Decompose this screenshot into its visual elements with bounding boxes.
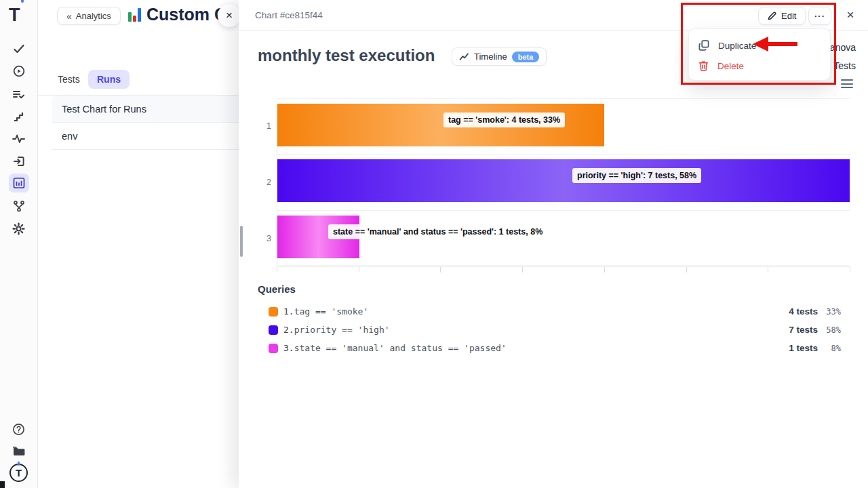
help-icon[interactable] (7, 419, 31, 439)
legend-tests-value: 1 tests (770, 343, 818, 353)
y-axis-label: 3 (239, 210, 271, 266)
axis-tick (604, 267, 605, 272)
pencil-icon (768, 12, 776, 20)
timeline-line-icon (459, 52, 469, 61)
chart-detail-overlay: Chart #ce815f44 Edit ··· × anova Tests m… (239, 0, 868, 488)
sidebar: T T (0, 0, 38, 488)
duplicate-label: Duplicate (718, 41, 756, 51)
axis-tick (277, 267, 277, 272)
screen-corner-artifact (0, 481, 5, 488)
chart-list-item-label: env (62, 131, 77, 142)
legend-index: 2. (283, 325, 294, 335)
axis-tick (686, 267, 687, 272)
axis-tick (440, 267, 441, 272)
tab-runs[interactable]: Runs (88, 70, 130, 89)
bar-chart-plot: tag == 'smoke': 4 tests, 33%priority == … (277, 98, 850, 266)
chart-title: monthly test execution (258, 46, 435, 65)
legend-tests-value: 4 tests (770, 306, 818, 317)
chart-list-item-label: Test Chart for Runs (62, 104, 146, 115)
menu-item-delete[interactable]: Delete (689, 56, 830, 76)
legend-query-text: priority == 'high' (294, 325, 390, 335)
bar-value-label: state == 'manual' and status == 'passed'… (328, 224, 547, 239)
legend-tests-value: 7 tests (770, 325, 818, 335)
tab-tests[interactable]: Tests (58, 74, 80, 85)
chart-row: tag == 'smoke': 4 tests, 33% (277, 99, 850, 155)
list-check-icon[interactable] (7, 84, 31, 104)
back-label: Analytics (76, 11, 111, 21)
chart-id-title: Chart #ce815f44 (255, 10, 323, 20)
queries-heading: Queries (258, 283, 296, 295)
chart-actions-menu: Duplicate Delete (688, 28, 831, 81)
beta-badge: beta (512, 52, 540, 62)
y-axis-label: 1 (239, 98, 271, 155)
app-logo-icon[interactable]: T (9, 4, 20, 26)
close-icon: × (226, 9, 233, 22)
pulse-icon[interactable] (7, 129, 31, 149)
legend-swatch (269, 325, 278, 335)
source-text-truncated: Tests (833, 60, 856, 71)
menu-item-duplicate[interactable]: Duplicate (689, 35, 830, 56)
timeline-label: Timeline (474, 52, 507, 62)
legend-percent-value: 58% (818, 325, 841, 335)
axis-tick (522, 267, 523, 272)
axis-tick (359, 267, 359, 272)
legend-percent-value: 8% (818, 344, 841, 353)
analytics-chart-icon[interactable] (9, 174, 29, 192)
queries-legend: 1.tag == 'smoke'4 tests33%2.priority == … (258, 302, 841, 357)
import-icon[interactable] (7, 151, 31, 171)
panel-close-button[interactable]: × (218, 4, 241, 27)
legend-index: 3. (283, 343, 294, 353)
account-avatar[interactable]: T (9, 464, 28, 482)
bar-segment[interactable] (277, 159, 850, 202)
settings-gear-icon[interactable] (7, 218, 31, 239)
timeline-toggle-button[interactable]: Timeline beta (452, 47, 547, 66)
legend-swatch (269, 344, 278, 353)
duplicate-copy-icon (698, 40, 709, 51)
legend-row: 3.state == 'manual' and status == 'passe… (258, 339, 841, 357)
custom-chart-logo-icon (127, 7, 142, 22)
legend-query-text: state == 'manual' and status == 'passed' (294, 343, 507, 353)
branch-icon[interactable] (7, 196, 31, 216)
legend-index: 1. (283, 306, 294, 317)
ellipsis-icon: ··· (814, 11, 825, 21)
chart-row: priority == 'high': 7 tests, 58% (277, 155, 850, 210)
author-text-truncated: anova (830, 42, 856, 53)
legend-row: 2.priority == 'high'7 tests58% (258, 321, 841, 339)
delete-label: Delete (717, 61, 744, 71)
close-icon: × (846, 7, 854, 22)
bar-value-label: priority == 'high': 7 tests, 58% (572, 168, 701, 183)
axis-tick (850, 267, 850, 272)
edit-button[interactable]: Edit (758, 7, 806, 25)
y-axis-label: 2 (239, 155, 271, 211)
axis-tick (768, 267, 768, 272)
x-axis-ticks (277, 267, 850, 272)
legend-query-text: tag == 'smoke' (294, 306, 369, 317)
edit-label: Edit (781, 11, 796, 21)
steps-icon[interactable] (7, 106, 31, 127)
legend-swatch (269, 307, 278, 317)
legend-percent-value: 33% (818, 307, 841, 317)
overlay-close-button[interactable]: × (841, 5, 860, 24)
runs-play-icon[interactable] (7, 61, 31, 81)
back-chevrons-icon: « (66, 11, 71, 22)
docs-folder-icon[interactable] (7, 441, 31, 461)
page-title: Custom C (146, 5, 226, 24)
tests-check-icon[interactable] (7, 39, 31, 59)
legend-row: 1.tag == 'smoke'4 tests33% (258, 302, 841, 321)
chart-row: state == 'manual' and status == 'passed'… (277, 211, 850, 266)
y-axis-labels: 123 (239, 98, 271, 266)
overlay-header: Chart #ce815f44 Edit ··· × (239, 0, 868, 31)
delete-trash-icon (698, 60, 709, 71)
chart-menu-icon[interactable] (841, 79, 853, 88)
more-options-button[interactable]: ··· (808, 7, 831, 25)
back-to-analytics-button[interactable]: « Analytics (57, 7, 121, 25)
bar-value-label: tag == 'smoke': 4 tests, 33% (443, 113, 565, 127)
